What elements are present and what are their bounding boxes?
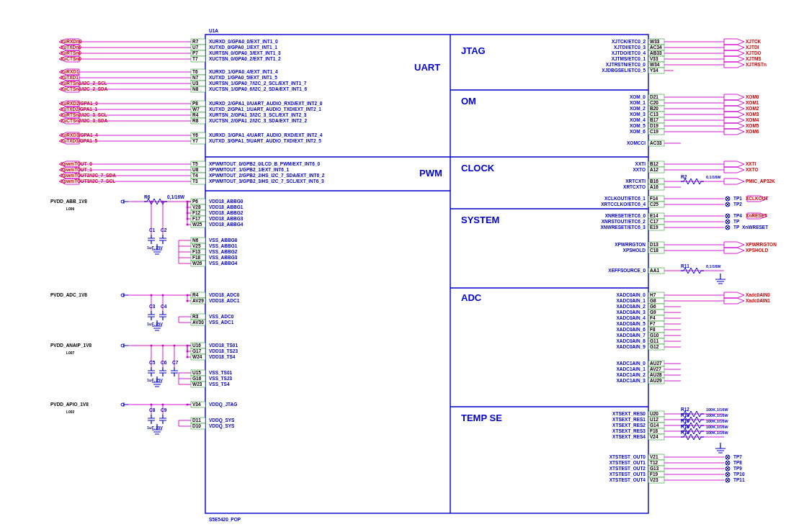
pin: Y7 <box>192 138 198 143</box>
svg-text:C7: C7 <box>172 360 179 365</box>
svg-text:AC34: AC34 <box>650 45 662 50</box>
svg-text:XOM0: XOM0 <box>746 94 759 99</box>
sig-XPSHOLD: XPSHOLD <box>623 248 646 253</box>
svg-text:R2: R2 <box>681 174 687 179</box>
sig-XADC1AIN_3: XADC1AIN_3 <box>617 378 646 383</box>
svg-text:F7: F7 <box>650 321 656 326</box>
svg-text:AV29: AV29 <box>192 298 204 303</box>
svg-text:Xadc0AIN1: Xadc0AIN1 <box>746 298 770 303</box>
sig-XADC0AIN_0: XADC0AIN_0 <box>617 292 646 297</box>
blk-pwm: PWM <box>419 168 442 179</box>
svg-point-159 <box>151 345 153 347</box>
svg-text:VDD18_TS01: VDD18_TS01 <box>209 343 238 348</box>
sig-XADC0AIN_6: XADC0AIN_6 <box>617 327 646 332</box>
sig-XADC0AIN_8: XADC0AIN_8 <box>617 338 646 343</box>
sig-XPWRRGTON: XPWRRGTON <box>615 242 646 247</box>
sig-XTSTEST_OUT2: XTSTEST_OUT2 <box>609 466 646 471</box>
svg-text:L002: L002 <box>66 410 75 414</box>
pinfunc: XURXD_1/GPA0_4/EXT_INT1_4 <box>209 69 278 74</box>
pinfunc: XUTXD_1/GPA0_5/EXT_INT1_5 <box>209 75 277 80</box>
svg-point-124 <box>151 294 153 297</box>
pin: W7 <box>192 107 200 112</box>
svg-text:PMIC_AP32K: PMIC_AP32K <box>746 179 775 184</box>
svg-text:F12: F12 <box>192 210 201 215</box>
svg-text:TP: TP <box>733 225 740 230</box>
svg-text:F18: F18 <box>650 428 658 433</box>
sig-XJDBGSEL/ETC0_5: XJDBGSEL/ETC0_5 <box>602 68 646 73</box>
svg-text:U12: U12 <box>650 417 658 422</box>
sig-XRTCXTO: XRTCXTO <box>623 184 646 189</box>
pinfunc: XUTXD_2/GPA1_1/UART_AUDIO_TXD/EXT_INT2_1 <box>209 107 321 112</box>
sig-XOM_0: XOM_0 <box>630 94 646 99</box>
svg-text:A12: A12 <box>650 167 658 172</box>
net-XuRTSn1/I2C_2_SCL: XuRTSn1/I2C_2_SCL <box>61 81 107 86</box>
svg-text:VSS_ABBG4: VSS_ABBG4 <box>209 261 238 266</box>
svg-text:R4: R4 <box>192 292 199 297</box>
svg-text:XOM1: XOM1 <box>746 100 759 105</box>
sig-XTSEXT_RES2: XTSEXT_RES2 <box>612 423 646 428</box>
svg-text:AV27: AV27 <box>650 366 661 371</box>
net-XuCTSn0: XuCTSn0 <box>61 56 81 61</box>
svg-text:TP9: TP9 <box>733 466 742 471</box>
svg-text:D10: D10 <box>192 423 201 428</box>
svg-text:1uF, 25V: 1uF, 25V <box>147 378 163 382</box>
sig-XTSEXT_RES4: XTSEXT_RES4 <box>612 434 646 439</box>
pinfunc: XUCTSN_2/GPA1_2/I2C_3_SDA/EXT_INT2_2 <box>209 118 307 123</box>
svg-text:W24: W24 <box>192 354 202 359</box>
svg-text:D13: D13 <box>650 242 658 247</box>
svg-text:XJTMS: XJTMS <box>746 56 762 61</box>
pinfunc: XUTXD_3/GPA1_5/UART_AUDIO_TXD/EXT_INT2_5 <box>209 138 321 143</box>
svg-text:XXTO: XXTO <box>746 167 759 172</box>
pin: R7 <box>192 39 199 44</box>
svg-text:G6: G6 <box>650 304 656 309</box>
blk-adc: ADC <box>461 292 482 303</box>
sig-XNRESET/ETC6_0: XNRESET/ETC6_0 <box>605 213 646 218</box>
pwr-PVDD_ABB_1V8: PVDD_ABB_1V8 <box>50 199 87 204</box>
svg-text:F13: F13 <box>192 249 201 254</box>
svg-text:G16: G16 <box>192 376 202 381</box>
svg-text:V24: V24 <box>650 434 658 439</box>
svg-text:N6: N6 <box>192 238 199 243</box>
svg-text:B12: B12 <box>650 161 658 166</box>
net-XuRTSn2/I2C_3_SCL: XuRTSn2/I2C_3_SCL <box>61 112 107 117</box>
pin: R4 <box>192 112 199 117</box>
svg-text:XOM3: XOM3 <box>746 112 759 117</box>
pin: N8 <box>192 86 199 91</box>
svg-text:XJTCK: XJTCK <box>746 39 762 44</box>
pin: T6 <box>192 69 198 74</box>
svg-text:V25: V25 <box>192 243 201 248</box>
pin: P7 <box>192 50 198 55</box>
svg-text:C8: C8 <box>149 407 156 412</box>
sig-XNWRESET/ETC6_3: XNWRESET/ETC6_3 <box>601 225 646 230</box>
svg-text:W34: W34 <box>650 62 660 67</box>
sig-XOMCCI: XOMCCI <box>627 140 646 145</box>
svg-text:C6: C6 <box>161 360 167 365</box>
sig-XTSTEST_OUT1: XTSTEST_OUT1 <box>609 460 646 465</box>
svg-text:VDD18_ABBG1: VDD18_ABBG1 <box>209 204 244 209</box>
pinfunc: XUTXD_0/GPA0_1/EXT_INT1_1 <box>209 45 277 50</box>
svg-text:VSS_TS01: VSS_TS01 <box>209 370 233 375</box>
blk-jtag: JTAG <box>461 45 486 56</box>
svg-text:100K,1/16W: 100K,1/16W <box>706 425 728 429</box>
pin: P8 <box>192 101 198 106</box>
svg-text:1uF, 25V: 1uF, 25V <box>147 322 163 326</box>
sig-XOM_5: XOM_5 <box>630 123 646 128</box>
svg-text:0,1/16W: 0,1/16W <box>706 264 721 269</box>
footprint: S5E5420_POP <box>209 517 241 522</box>
svg-text:1uF, 25V: 1uF, 25V <box>147 425 163 430</box>
net-XuRXD3/GPA1_4: XuRXD3/GPA1_4 <box>61 132 98 137</box>
svg-text:U8: U8 <box>192 167 199 172</box>
sig-XJTRSTN/ETC0_0: XJTRSTN/ETC0_0 <box>606 62 646 67</box>
svg-text:C20: C20 <box>650 100 658 105</box>
net-XuRXD1: XuRXD1 <box>61 69 79 74</box>
sig-XTSTEST_OUT0: XTSTEST_OUT0 <box>609 454 646 459</box>
svg-text:G12: G12 <box>650 344 659 349</box>
svg-text:TP2: TP2 <box>733 202 742 207</box>
svg-text:C3: C3 <box>149 304 156 309</box>
svg-text:Xadc0AIN0: Xadc0AIN0 <box>746 292 770 297</box>
sig-XADC0AIN_5: XADC0AIN_5 <box>617 321 646 326</box>
svg-text:V34: V34 <box>192 402 201 407</box>
svg-text:XJTDI: XJTDI <box>746 45 759 50</box>
svg-text:C13: C13 <box>650 112 658 117</box>
net-XuTXD2/GPA1_1: XuTXD2/GPA1_1 <box>61 107 98 112</box>
